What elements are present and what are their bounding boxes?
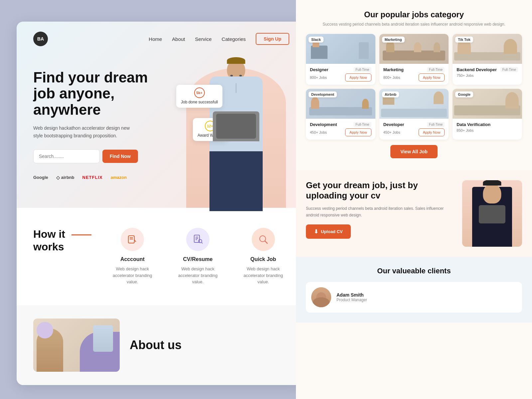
account-icon <box>121 228 144 251</box>
job-name-6: Data Verification <box>457 122 490 127</box>
right-panel: Our popular jobs category Success vestin… <box>296 0 532 399</box>
hero-section: BA Home About Service Categories Sign Up… <box>17 22 306 208</box>
job-card-body-6: Data Verification 850+ Jobs <box>453 119 522 136</box>
nav-links: Home About Service Categories Sign Up <box>149 33 289 45</box>
about-title: About us <box>130 338 182 352</box>
job-name-3: Backend Developer <box>457 67 497 72</box>
job-card-2: Marketing Marketing Full-Time 800+ Jobs … <box>379 34 449 85</box>
popular-jobs-section: Our popular jobs category Success vestin… <box>296 0 532 170</box>
popular-jobs-title: Our popular jobs category <box>306 10 522 19</box>
job-name-4: Development <box>310 122 337 127</box>
nav-home[interactable]: Home <box>149 36 162 42</box>
client-info: Adam Smith Product Manager <box>336 292 517 302</box>
cv-icon <box>186 228 209 251</box>
hero-subtitle: Web design hackathon accelerator design … <box>33 124 133 139</box>
job-count-1: 800+ Jobs <box>310 75 327 79</box>
dream-job-desc: Success vesting period channels beta and… <box>306 205 456 218</box>
job-card-img-6: Google <box>453 89 522 119</box>
find-now-button[interactable]: Find Now <box>102 150 138 163</box>
job-card-body-4: Development Full-Time 450+ Jobs Apply No… <box>306 119 375 140</box>
job-count-4: 450+ Jobs <box>310 130 327 134</box>
how-items: Acccount Web design hack accelerator bra… <box>106 228 289 285</box>
cv-desc: Web design hack accelerator branding val… <box>172 266 224 285</box>
popular-jobs-subtitle: Success vesting period channels beta and… <box>306 21 522 27</box>
nav-categories[interactable]: Categories <box>222 36 246 42</box>
brand-google: Google <box>33 175 48 180</box>
badge-jobs-done: 5k+ Job done successfull <box>176 85 222 108</box>
dream-job-text: Get your dream job, just by uploading yo… <box>306 180 456 239</box>
job-type-3: Full-Time <box>500 67 518 72</box>
client-card: Adam Smith Product Manager <box>306 282 522 313</box>
job-card-body-3: Backend Developer Full-Time 750+ Jobs <box>453 64 522 81</box>
job-card-4: Development Development Full-Time 450+ J… <box>306 89 375 140</box>
logo-text: BA <box>37 36 44 42</box>
svg-point-7 <box>199 239 202 243</box>
job-card-img-2: Marketing <box>379 34 449 64</box>
quickjob-icon <box>252 228 275 251</box>
job-type-2: Full-Time <box>427 67 445 72</box>
signup-button[interactable]: Sign Up <box>256 33 289 45</box>
job-type-5: Full-Time <box>427 122 445 127</box>
client-role: Product Manager <box>336 298 517 302</box>
brand-badge-3: Tik Tok <box>455 37 473 43</box>
logo: BA <box>33 32 48 46</box>
job-card-5: Airbnb Developer Full-Time 450+ Jobs App… <box>379 89 449 140</box>
how-item-account: Acccount Web design hack accelerator bra… <box>106 228 159 285</box>
job-card-img-3: Tik Tok <box>453 34 522 64</box>
upload-icon: ⬇ <box>314 228 318 235</box>
apply-btn-1[interactable]: Apply Now <box>345 73 371 81</box>
hero-image-area: 5k+ Job done successfull 12+ Award Winne… <box>176 55 296 208</box>
client-avatar <box>311 287 331 307</box>
job-card-img-4: Development <box>306 89 375 119</box>
brand-badge-5: Airbnb <box>382 91 399 97</box>
cv-title: CV/Resume <box>172 256 224 262</box>
view-all-jobs-button[interactable]: View All Job <box>390 145 438 158</box>
job-count-6: 850+ Jobs <box>457 128 473 132</box>
clients-section: Our valueable clients Adam Smith Product… <box>296 257 532 323</box>
dream-person-image <box>462 180 522 247</box>
main-card: BA Home About Service Categories Sign Up… <box>17 22 306 385</box>
account-title: Acccount <box>106 256 159 262</box>
jobs-count: 5k+ <box>194 87 205 98</box>
about-preview: About us <box>17 305 306 385</box>
job-name-1: Designer <box>310 67 329 72</box>
job-count-2: 800+ Jobs <box>383 75 400 79</box>
brand-badge-4: Development <box>309 91 337 97</box>
clients-title: Our valueable clients <box>306 267 522 275</box>
jobs-grid: Slack Designer Full-Time 800+ Jobs Apply… <box>306 34 522 140</box>
job-card-body-2: Marketing Full-Time 800+ Jobs Apply Now <box>379 64 449 85</box>
navbar: BA Home About Service Categories Sign Up <box>33 32 289 46</box>
job-card-body-5: Developer Full-Time 450+ Jobs Apply Now <box>379 119 449 140</box>
quickjob-title: Quick Job <box>237 256 289 262</box>
hero-title: Find your dream job anyone, anywhere <box>33 69 160 118</box>
search-input[interactable] <box>33 149 100 163</box>
upload-cv-button[interactable]: ⬇ Upload CV <box>306 224 351 239</box>
brand-badge-6: Google <box>455 91 473 97</box>
brand-amazon: amazon <box>111 175 127 180</box>
how-item-cv: CV/Resume Web design hack accelerator br… <box>172 228 224 285</box>
job-type-1: Full-Time <box>353 67 371 72</box>
job-card-img-1: Slack <box>306 34 375 64</box>
apply-btn-2[interactable]: Apply Now <box>419 73 445 81</box>
client-name: Adam Smith <box>336 292 517 298</box>
job-card-body-1: Designer Full-Time 800+ Jobs Apply Now <box>306 64 375 85</box>
apply-btn-4[interactable]: Apply Now <box>345 128 371 136</box>
account-desc: Web design hack accelerator branding val… <box>106 266 159 285</box>
search-bar: Find Now <box>33 149 160 163</box>
nav-service[interactable]: Service <box>195 36 212 42</box>
nav-about[interactable]: About <box>172 36 185 42</box>
dream-job-section: Get your dream job, just by uploading yo… <box>296 170 532 257</box>
quickjob-desc: Web design hack accelerator branding val… <box>237 266 289 285</box>
job-card-6: Google Data Verification 850+ Jobs <box>453 89 522 140</box>
hero-text: Find your dream job anyone, anywhere Web… <box>33 63 160 180</box>
svg-line-8 <box>201 242 202 243</box>
person-pants <box>209 151 263 211</box>
job-card-img-5: Airbnb <box>379 89 449 119</box>
job-type-4: Full-Time <box>353 122 371 127</box>
about-text-area: About us <box>130 338 182 352</box>
person-laptop <box>213 111 259 141</box>
job-name-5: Developer <box>383 122 404 127</box>
apply-btn-5[interactable]: Apply Now <box>419 128 445 136</box>
how-title-area: How it works <box>33 228 93 253</box>
job-name-2: Marketing <box>383 67 404 72</box>
